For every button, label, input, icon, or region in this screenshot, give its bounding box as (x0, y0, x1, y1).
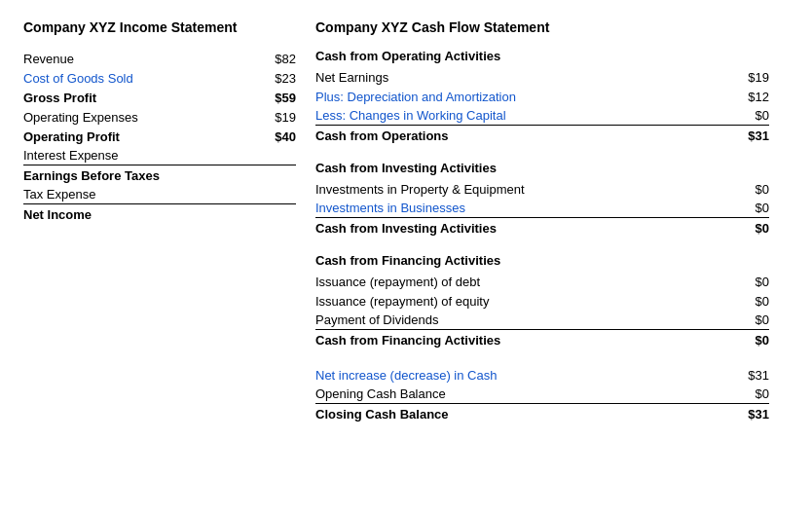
cash-flow-statement-title: Company XYZ Cash Flow Statement (315, 19, 769, 35)
cash-flow-row-label: Cash from Operations (315, 128, 720, 143)
cash-flow-row-value: $0 (720, 221, 769, 236)
income-statement: Company XYZ Income Statement Revenue$82C… (23, 19, 315, 423)
cash-flow-row: Opening Cash Balance$0 (315, 385, 769, 404)
cash-flow-row-label: Issuance (repayment) of equity (315, 294, 720, 309)
income-row-value: $82 (247, 52, 296, 66)
income-row-label: Operating Profit (23, 129, 247, 144)
cash-flow-row-value: $31 (720, 128, 769, 143)
cash-flow-row-value: $0 (720, 294, 769, 309)
cash-flow-row-label: Investments in Property & Equipment (315, 182, 720, 197)
income-row-label: Revenue (23, 52, 247, 66)
cash-flow-row-value: $12 (720, 90, 769, 104)
cash-flow-statement: Company XYZ Cash Flow Statement Cash fro… (315, 19, 789, 423)
cash-flow-row-value: $0 (720, 386, 769, 401)
section-title: Cash from Financing Activities (315, 253, 769, 268)
cash-flow-row-label: Closing Cash Balance (315, 407, 720, 422)
cash-flow-row-value: $0 (720, 275, 769, 289)
cash-flow-row-value: $31 (720, 368, 769, 383)
income-row: Cost of Goods Sold$23 (23, 68, 296, 88)
cash-flow-row-value: $31 (720, 407, 769, 422)
cash-flow-section: Cash from Operating ActivitiesNet Earnin… (315, 49, 769, 145)
income-statement-rows: Revenue$82Cost of Goods Sold$23Gross Pro… (23, 49, 296, 224)
cash-flow-row: Net Earnings$19 (315, 67, 769, 87)
cash-flow-row-label: Issuance (repayment) of debt (315, 275, 720, 289)
cash-flow-row: Issuance (repayment) of equity$0 (315, 291, 769, 311)
income-row-value: $23 (247, 71, 296, 86)
cash-flow-section: Cash from Investing ActivitiesInvestment… (315, 161, 769, 238)
income-row-label: Operating Expenses (23, 110, 247, 125)
cash-flow-row-label: Investments in Businesses (315, 201, 720, 215)
income-row: Interest Expense (23, 146, 296, 165)
cash-flow-row-label: Opening Cash Balance (315, 386, 720, 401)
cash-flow-row: Cash from Financing Activities$0 (315, 330, 769, 349)
cash-flow-row-label: Net increase (decrease) in Cash (315, 368, 720, 383)
cash-flow-row-value: $0 (720, 201, 769, 215)
cash-flow-row: Payment of Dividends$0 (315, 311, 769, 330)
income-row-label: Earnings Before Taxes (23, 168, 247, 183)
cash-flow-row-value: $0 (720, 108, 769, 123)
cash-flow-row-value: $0 (720, 182, 769, 197)
cash-flow-row: Cash from Investing Activities$0 (315, 218, 769, 238)
income-row: Operating Expenses$19 (23, 107, 296, 127)
cash-flow-row-value: $0 (720, 312, 769, 327)
cash-flow-row-label: Cash from Financing Activities (315, 333, 720, 348)
cash-flow-row: Net increase (decrease) in Cash$31 (315, 365, 769, 385)
cash-flow-row-label: Cash from Investing Activities (315, 221, 720, 236)
statements-container: Company XYZ Income Statement Revenue$82C… (23, 19, 789, 423)
income-row-value: $40 (247, 129, 296, 144)
cash-flow-row: Less: Changes in Working Capital$0 (315, 106, 769, 126)
income-row-value: $19 (247, 110, 296, 125)
cash-flow-row-value: $19 (720, 70, 769, 85)
cash-flow-section: Net increase (decrease) in Cash$31Openin… (315, 365, 769, 423)
income-row: Tax Expense (23, 185, 296, 204)
cash-flow-section: Cash from Financing ActivitiesIssuance (… (315, 253, 769, 349)
income-row-value: $59 (247, 91, 296, 105)
cash-flow-row-label: Plus: Depreciation and Amortization (315, 90, 720, 104)
section-title: Cash from Investing Activities (315, 161, 769, 175)
cash-flow-row: Plus: Depreciation and Amortization$12 (315, 87, 769, 106)
cash-flow-row: Investments in Property & Equipment$0 (315, 179, 769, 199)
income-row: Earnings Before Taxes (23, 165, 296, 185)
income-row: Net Income (23, 204, 296, 224)
cash-flow-row-value: $0 (720, 333, 769, 348)
income-row-label: Gross Profit (23, 91, 247, 105)
income-row: Revenue$82 (23, 49, 296, 68)
cash-flow-row: Closing Cash Balance$31 (315, 404, 769, 423)
income-row-label: Interest Expense (23, 148, 247, 163)
cash-flow-row: Issuance (repayment) of debt$0 (315, 272, 769, 291)
income-row-label: Cost of Goods Sold (23, 71, 247, 86)
income-row-label: Net Income (23, 207, 247, 222)
cash-flow-sections: Cash from Operating ActivitiesNet Earnin… (315, 49, 769, 423)
cash-flow-row: Investments in Businesses$0 (315, 199, 769, 218)
income-statement-title: Company XYZ Income Statement (23, 19, 296, 35)
income-row: Operating Profit$40 (23, 127, 296, 146)
cash-flow-row-label: Net Earnings (315, 70, 720, 85)
income-row: Gross Profit$59 (23, 88, 296, 107)
cash-flow-row: Cash from Operations$31 (315, 126, 769, 145)
cash-flow-row-label: Less: Changes in Working Capital (315, 108, 720, 123)
section-title: Cash from Operating Activities (315, 49, 769, 63)
cash-flow-row-label: Payment of Dividends (315, 312, 720, 327)
income-row-label: Tax Expense (23, 187, 247, 202)
